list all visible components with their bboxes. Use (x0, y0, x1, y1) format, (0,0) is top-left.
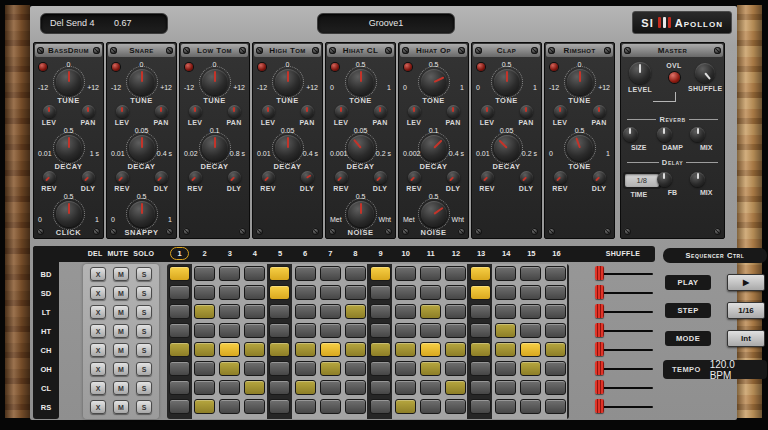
step-button-oh-3[interactable] (219, 361, 240, 376)
channel-knob[interactable] (228, 105, 241, 118)
channel-knob[interactable] (447, 105, 460, 118)
step-button-cl-6[interactable] (295, 380, 316, 395)
step-button-lt-4[interactable] (244, 304, 265, 319)
channel-knob[interactable] (262, 105, 275, 118)
step-button-lt-15[interactable] (520, 304, 541, 319)
step-button-ch-13[interactable] (470, 342, 491, 357)
step-button-bd-16[interactable] (545, 266, 566, 281)
step-button-lt-7[interactable] (320, 304, 341, 319)
step-button-oh-8[interactable] (345, 361, 366, 376)
channel-knob[interactable] (481, 171, 494, 184)
step-button-oh-13[interactable] (470, 361, 491, 376)
step-button-ch-9[interactable] (370, 342, 391, 357)
channel-knob[interactable] (421, 135, 447, 161)
step-button-oh-15[interactable] (520, 361, 541, 376)
channel-knob[interactable] (228, 171, 241, 184)
channel-knob[interactable] (275, 135, 301, 161)
step-button-bd-14[interactable] (495, 266, 516, 281)
solo-button-rs[interactable]: S (136, 400, 152, 414)
step-button-lt-3[interactable] (219, 304, 240, 319)
solo-button-ch[interactable]: S (136, 343, 152, 357)
step-button-sd-15[interactable] (520, 285, 541, 300)
solo-button-cl[interactable]: S (136, 381, 152, 395)
step-button-rs-5[interactable] (269, 399, 290, 414)
step-button-bd-3[interactable] (219, 266, 240, 281)
channel-knob[interactable] (554, 105, 567, 118)
step-button-rs-3[interactable] (219, 399, 240, 414)
step-button-cl-5[interactable] (269, 380, 290, 395)
step-button-bd-1[interactable] (169, 266, 190, 281)
step-button-bd-12[interactable] (445, 266, 466, 281)
channel-knob[interactable] (593, 105, 606, 118)
step-button-ch-7[interactable] (320, 342, 341, 357)
step-button-sd-8[interactable] (345, 285, 366, 300)
delete-button-oh[interactable]: X (90, 362, 106, 376)
play-button[interactable]: ▶ (727, 274, 765, 291)
channel-knob[interactable] (481, 105, 494, 118)
step-value-button[interactable]: 1/16 (727, 302, 765, 319)
step-button-lt-11[interactable] (420, 304, 441, 319)
step-button-rs-13[interactable] (470, 399, 491, 414)
step-button-rs-10[interactable] (395, 399, 416, 414)
step-button-bd-6[interactable] (295, 266, 316, 281)
channel-knob[interactable] (520, 105, 533, 118)
channel-knob[interactable] (408, 105, 421, 118)
preset-display[interactable]: Groove1 (317, 13, 455, 34)
slider-handle[interactable] (595, 266, 604, 280)
step-button-lt-5[interactable] (269, 304, 290, 319)
step-button-bd-11[interactable] (420, 266, 441, 281)
step-button-cl-9[interactable] (370, 380, 391, 395)
channel-knob[interactable] (421, 201, 447, 227)
solo-button-sd[interactable]: S (136, 286, 152, 300)
step-button-oh-14[interactable] (495, 361, 516, 376)
channel-knob[interactable] (520, 171, 533, 184)
step-button-sd-11[interactable] (420, 285, 441, 300)
solo-button-oh[interactable]: S (136, 362, 152, 376)
channel-knob[interactable] (275, 69, 301, 95)
channel-knob[interactable] (335, 171, 348, 184)
step-button-lt-13[interactable] (470, 304, 491, 319)
step-button-bd-7[interactable] (320, 266, 341, 281)
channel-knob[interactable] (301, 105, 314, 118)
tempo-display[interactable]: TEMPO 120.0 BPM (663, 360, 767, 379)
step-button-bd-15[interactable] (520, 266, 541, 281)
step-button-oh-5[interactable] (269, 361, 290, 376)
step-button-sd-14[interactable] (495, 285, 516, 300)
step-button-sd-5[interactable] (269, 285, 290, 300)
delete-button-ch[interactable]: X (90, 343, 106, 357)
step-button-bd-9[interactable] (370, 266, 391, 281)
damp-knob[interactable] (657, 127, 672, 142)
step-button-ht-8[interactable] (345, 323, 366, 338)
step-button-rs-6[interactable] (295, 399, 316, 414)
step-button-sd-4[interactable] (244, 285, 265, 300)
step-button-oh-2[interactable] (194, 361, 215, 376)
channel-knob[interactable] (421, 69, 447, 95)
step-button-cl-3[interactable] (219, 380, 240, 395)
channel-knob[interactable] (262, 171, 275, 184)
mute-button-lt[interactable]: M (113, 305, 129, 319)
mute-button-bd[interactable]: M (113, 267, 129, 281)
step-button-ch-12[interactable] (445, 342, 466, 357)
channel-knob[interactable] (447, 171, 460, 184)
channel-knob[interactable] (129, 201, 155, 227)
step-button-sd-13[interactable] (470, 285, 491, 300)
slider-handle[interactable] (595, 380, 604, 394)
step-button-lt-16[interactable] (545, 304, 566, 319)
step-button-sd-3[interactable] (219, 285, 240, 300)
step-button-ch-4[interactable] (244, 342, 265, 357)
slider-handle[interactable] (595, 399, 604, 413)
slider-handle[interactable] (595, 323, 604, 337)
step-button-ch-2[interactable] (194, 342, 215, 357)
delay-mix-knob[interactable] (690, 172, 705, 187)
step-button-rs-14[interactable] (495, 399, 516, 414)
step-button-rs-2[interactable] (194, 399, 215, 414)
step-button-ch-5[interactable] (269, 342, 290, 357)
channel-knob[interactable] (374, 105, 387, 118)
step-button-ch-3[interactable] (219, 342, 240, 357)
step-button-lt-10[interactable] (395, 304, 416, 319)
size-knob[interactable] (623, 127, 638, 142)
channel-knob[interactable] (494, 69, 520, 95)
step-button-ch-15[interactable] (520, 342, 541, 357)
channel-knob[interactable] (129, 69, 155, 95)
delete-button-cl[interactable]: X (90, 381, 106, 395)
